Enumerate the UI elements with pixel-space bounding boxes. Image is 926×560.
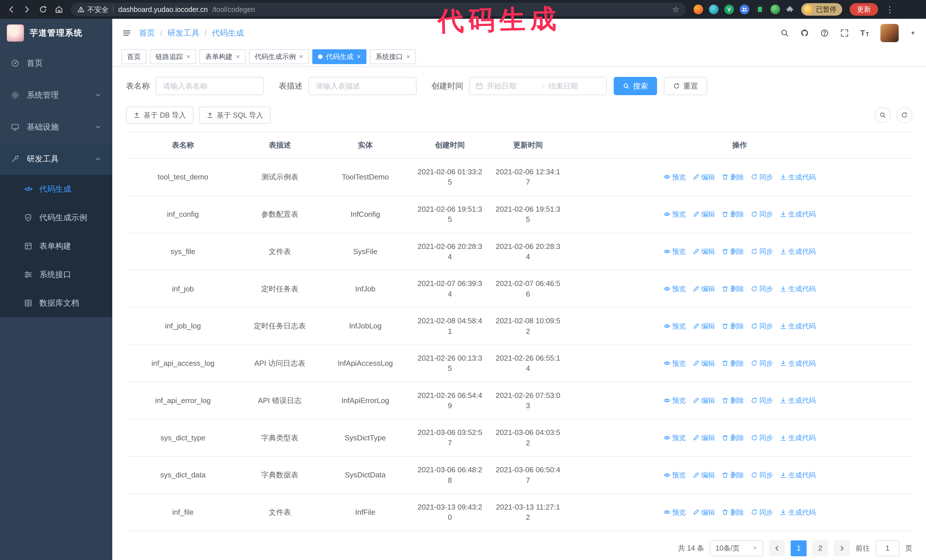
sync-link[interactable]: 同步 (751, 507, 773, 517)
browser-update-button[interactable]: 更新 (850, 3, 878, 16)
sync-link[interactable]: 同步 (751, 359, 773, 368)
delete-link[interactable]: 删除 (722, 321, 744, 331)
sidebar-item-home[interactable]: 首页 (0, 47, 112, 79)
generate-code-link[interactable]: 生成代码 (780, 359, 816, 368)
tab-close-icon[interactable]: × (299, 53, 303, 60)
preview-link[interactable]: 预览 (664, 395, 686, 405)
preview-link[interactable]: 预览 (664, 284, 686, 294)
generate-code-link[interactable]: 生成代码 (780, 395, 816, 405)
breadcrumb-codegen[interactable]: 代码生成 (212, 28, 244, 38)
sidebar-item-codegen[interactable]: </> 代码生成 (0, 175, 112, 203)
edit-link[interactable]: 编辑 (693, 247, 715, 257)
start-date-input[interactable] (487, 82, 539, 91)
search-button[interactable]: 搜索 (614, 77, 657, 95)
delete-link[interactable]: 删除 (722, 395, 744, 405)
user-avatar[interactable] (881, 24, 899, 42)
table-desc-input[interactable] (308, 77, 416, 95)
edit-link[interactable]: 编辑 (693, 395, 715, 405)
delete-link[interactable]: 删除 (722, 172, 744, 182)
sync-link[interactable]: 同步 (751, 470, 773, 480)
font-size-button[interactable]: TT (860, 29, 869, 38)
tab-codegen-example[interactable]: 代码生成示例× (249, 49, 309, 64)
breadcrumb-home[interactable]: 首页 (139, 28, 155, 38)
import-sql-button[interactable]: 基于 SQL 导入 (199, 107, 271, 124)
sync-link[interactable]: 同步 (751, 172, 773, 182)
import-db-button[interactable]: 基于 DB 导入 (126, 107, 194, 124)
tab-tracing[interactable]: 链路追踪× (150, 49, 196, 64)
tab-form-builder[interactable]: 表单构建× (200, 49, 246, 64)
drop-extension-icon[interactable] (709, 5, 719, 14)
reload-button[interactable] (39, 5, 47, 14)
sidebar-item-form-builder[interactable]: 表单构建 (0, 232, 112, 260)
users-extension-icon[interactable] (740, 5, 749, 14)
sync-link[interactable]: 同步 (751, 247, 773, 257)
tab-close-icon[interactable]: × (186, 53, 190, 60)
forward-button[interactable] (23, 5, 31, 14)
tab-codegen[interactable]: 代码生成× (312, 49, 366, 64)
sidebar-item-dev-tools[interactable]: 研发工具 (0, 143, 112, 175)
next-page-button[interactable] (834, 540, 850, 556)
sidebar-item-codegen-example[interactable]: 代码生成示例 (0, 203, 112, 232)
sidebar-item-system[interactable]: 系统管理 (0, 79, 112, 111)
leaf-extension-icon[interactable] (770, 5, 780, 14)
edit-link[interactable]: 编辑 (693, 507, 715, 517)
preview-link[interactable]: 预览 (664, 470, 686, 480)
preview-link[interactable]: 预览 (664, 247, 686, 257)
toggle-search-button[interactable] (875, 107, 891, 123)
header-search-button[interactable] (781, 29, 789, 37)
edit-link[interactable]: 编辑 (693, 172, 715, 182)
preview-link[interactable]: 预览 (664, 433, 686, 443)
page-button-2[interactable]: 2 (812, 540, 828, 556)
page-size-select[interactable]: 10条/页 ▼ (710, 540, 763, 556)
end-date-input[interactable] (548, 82, 601, 91)
reset-button[interactable]: 重置 (664, 77, 707, 95)
preview-link[interactable]: 预览 (664, 172, 686, 182)
sidebar-toggle-button[interactable] (123, 29, 131, 37)
date-range-picker[interactable]: - (469, 77, 607, 95)
edit-link[interactable]: 编辑 (693, 359, 715, 368)
address-bar[interactable]: 不安全 dashboard.yudao.iocoder.cn/tool/code… (71, 3, 686, 16)
github-button[interactable] (800, 29, 809, 37)
edit-link[interactable]: 编辑 (693, 284, 715, 294)
sidebar-item-system-api[interactable]: 系统接口 (0, 260, 112, 289)
fox-extension-icon[interactable] (693, 5, 703, 14)
sync-link[interactable]: 同步 (751, 209, 773, 219)
back-button[interactable] (7, 5, 15, 14)
security-chip[interactable]: 不安全 (77, 5, 109, 14)
preview-link[interactable]: 预览 (664, 507, 686, 517)
prev-page-button[interactable] (769, 540, 785, 556)
sync-link[interactable]: 同步 (751, 395, 773, 405)
delete-link[interactable]: 删除 (722, 470, 744, 480)
edit-link[interactable]: 编辑 (693, 321, 715, 331)
delete-link[interactable]: 删除 (722, 507, 744, 517)
table-name-input[interactable] (156, 77, 264, 95)
generate-code-link[interactable]: 生成代码 (780, 209, 816, 219)
home-button[interactable] (55, 5, 63, 14)
sync-link[interactable]: 同步 (751, 321, 773, 331)
browser-menu-icon[interactable]: ⋮ (885, 5, 894, 15)
delete-link[interactable]: 删除 (722, 247, 744, 257)
sync-link[interactable]: 同步 (751, 433, 773, 443)
avatar-caret-down-icon[interactable]: ▼ (910, 30, 916, 36)
delete-link[interactable]: 删除 (722, 209, 744, 219)
tab-home[interactable]: 首页 (121, 49, 147, 64)
generate-code-link[interactable]: 生成代码 (780, 470, 816, 480)
tab-system-api[interactable]: 系统接口× (370, 49, 416, 64)
help-button[interactable] (820, 29, 829, 37)
generate-code-link[interactable]: 生成代码 (780, 321, 816, 331)
profile-paused-chip[interactable]: 已暂停 (801, 3, 842, 16)
generate-code-link[interactable]: 生成代码 (780, 433, 816, 443)
battery-extension-icon[interactable] (755, 5, 765, 14)
fullscreen-button[interactable] (840, 29, 849, 37)
app-logo[interactable]: 芋道管理系统 (0, 19, 112, 47)
tab-close-icon[interactable]: × (357, 53, 361, 60)
edit-link[interactable]: 编辑 (693, 209, 715, 219)
sidebar-item-infrastructure[interactable]: 基础设施 (0, 111, 112, 143)
page-button-1[interactable]: 1 (791, 540, 806, 556)
edit-link[interactable]: 编辑 (693, 433, 715, 443)
generate-code-link[interactable]: 生成代码 (780, 284, 816, 294)
preview-link[interactable]: 预览 (664, 321, 686, 331)
refresh-table-button[interactable] (896, 107, 912, 123)
delete-link[interactable]: 删除 (722, 359, 744, 368)
delete-link[interactable]: 删除 (722, 433, 744, 443)
